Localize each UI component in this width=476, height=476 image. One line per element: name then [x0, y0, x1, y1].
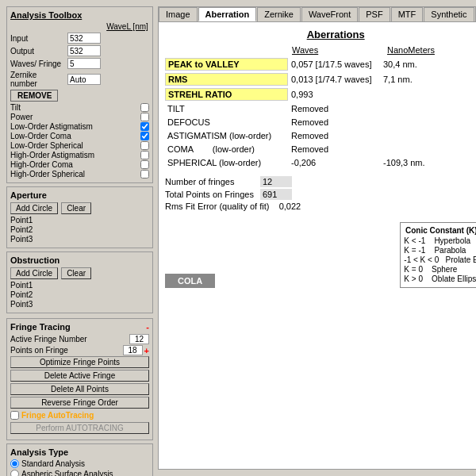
toolbox-title: Analysis Toolbox: [10, 10, 149, 20]
fringe-plus-icon[interactable]: +: [144, 346, 149, 355]
input-label: Input: [10, 34, 66, 43]
perform-autotracing-button[interactable]: Perform AUTOTRACING: [10, 422, 149, 434]
aperture-add-circle-button[interactable]: Add Circle: [10, 202, 58, 214]
conic-row-4: K > 0 Oblate Ellipsoid: [404, 274, 476, 283]
output-field[interactable]: [67, 45, 101, 56]
high-coma-label: High-Order Coma: [10, 160, 139, 169]
delete-active-fringe-button[interactable]: Delete Active Fringe: [10, 370, 149, 382]
low-coma-row: Low-Order Coma: [10, 132, 149, 140]
num-fringes-row: Number of fringes 12: [165, 176, 476, 187]
aperture-clear-button[interactable]: Clear: [61, 202, 91, 214]
high-spherical-label: High-Order Spherical: [10, 170, 139, 178]
obstruction-add-circle-button[interactable]: Add Circle: [10, 267, 58, 279]
aspheric-radio-row: Aspheric Surface Analysis: [10, 470, 149, 476]
spherical-waves: -0,206: [288, 158, 383, 167]
defocus-waves: Removed: [288, 117, 383, 127]
optimize-fringe-button[interactable]: Optimize Fringe Points: [10, 356, 149, 368]
standard-label: Standard Analysis: [21, 459, 85, 468]
conic-box: Conic Constant (K) range K < -1 Hyperbol…: [400, 222, 476, 288]
standard-radio[interactable]: [10, 459, 19, 468]
conic-row-0: K < -1 Hyperbola: [404, 236, 476, 245]
fringe-minus-icon[interactable]: -: [146, 322, 149, 332]
output-row: Output: [10, 45, 149, 56]
points-fringe-row: Points on Fringe 18 +: [10, 345, 149, 355]
astig-waves: Removed: [288, 131, 383, 140]
aspheric-radio[interactable]: [10, 470, 19, 476]
waves-fringes-field[interactable]: [67, 58, 101, 69]
cola-button[interactable]: COLA: [165, 274, 215, 288]
low-astig-label: Low-Order Astigmatism: [10, 122, 139, 131]
zernike-label: Zernike number: [10, 71, 66, 88]
bottom-area: COLA Conic Constant (K) range K < -1 Hyp…: [165, 219, 476, 288]
obstruction-title: Obstruction: [10, 255, 149, 265]
conic-row-2: -1 < K < 0 Prolate Ellipsoid: [404, 255, 476, 264]
tab-aberration[interactable]: Aberration: [198, 7, 257, 21]
aberr-row-defocus: DEFOCUS Removed: [165, 117, 476, 128]
tab-zernike[interactable]: Zernike: [257, 7, 301, 21]
reverse-fringe-button[interactable]: Reverse Fringe Order: [10, 397, 149, 409]
input-row: Input: [10, 33, 149, 44]
delete-all-points-button[interactable]: Delete All Points: [10, 383, 149, 395]
tab-synthetic[interactable]: Synthetic: [424, 7, 474, 21]
low-coma-checkbox[interactable]: [140, 132, 149, 140]
tab-mtf[interactable]: MTF: [391, 7, 424, 21]
remove-button[interactable]: REMOVE: [10, 90, 58, 102]
col-headers: Waves NanoMeters: [165, 45, 476, 55]
power-label: Power: [10, 113, 139, 121]
spherical-nm: -109,3 nm.: [383, 158, 425, 167]
tab-psf[interactable]: PSF: [359, 7, 390, 21]
aperture-buttons: Add Circle Clear: [10, 202, 149, 214]
power-checkbox[interactable]: [140, 113, 149, 121]
high-spherical-checkbox[interactable]: [140, 170, 149, 178]
aperture-point2: Point2: [10, 225, 149, 234]
tilt-waves: Removed: [288, 104, 383, 113]
obstruction-point2: Point2: [10, 290, 149, 299]
tab-wavefront[interactable]: WaveFront: [301, 7, 358, 21]
wave-label: WaveL [nm]: [106, 22, 149, 31]
aberrations-title: Aberrations: [165, 29, 476, 40]
total-points-row: Total Points on Fringes 691: [165, 189, 476, 200]
obstruction-clear-button[interactable]: Clear: [61, 267, 91, 279]
tilt-checkbox[interactable]: [140, 103, 149, 112]
input-field[interactable]: [67, 33, 101, 44]
tilt-row: Tilt: [10, 103, 149, 112]
high-astig-label: High-Order Astigmatism: [10, 151, 139, 159]
output-label: Output: [10, 47, 66, 56]
num-fringes-label: Number of fringes: [165, 177, 260, 186]
aperture-section: Aperture Add Circle Clear Point1 Point2 …: [6, 186, 153, 248]
obstruction-section: Obstruction Add Circle Clear Point1 Poin…: [6, 251, 153, 313]
wave-header: WaveL [nm]: [10, 22, 149, 31]
tilt-label: TILT: [165, 103, 288, 114]
defocus-label: DEFOCUS: [165, 117, 288, 128]
rms-fit-row: Rms Fit Error (quality of fit) 0,022: [165, 202, 476, 211]
rms-waves: 0,013 [1/74.7 waves]: [288, 75, 383, 84]
conic-title: Conic Constant (K) range: [404, 226, 476, 235]
low-spherical-row: Low-Order Spherical: [10, 141, 149, 150]
high-coma-checkbox[interactable]: [140, 160, 149, 169]
obstruction-buttons: Add Circle Clear: [10, 267, 149, 279]
coma-waves: Removed: [288, 144, 383, 154]
rms-fit-label: Rms Fit Error (quality of fit): [165, 202, 269, 211]
high-spherical-row: High-Order Spherical: [10, 170, 149, 178]
num-fringes-value: 12: [260, 176, 292, 187]
low-coma-label: Low-Order Coma: [10, 132, 139, 140]
active-fringe-row: Active Fringe Number 12: [10, 334, 149, 344]
conic-row-3: K = 0 Sphere: [404, 265, 476, 274]
waves-fringes-label: Waves/ Fringe: [10, 60, 66, 68]
low-spherical-label: Low-Order Spherical: [10, 141, 139, 150]
high-astig-checkbox[interactable]: [140, 151, 149, 159]
low-spherical-checkbox[interactable]: [140, 141, 149, 150]
tab-image[interactable]: Image: [159, 7, 198, 21]
autotracing-checkbox[interactable]: [10, 411, 19, 420]
col-waves-header: Waves: [292, 45, 387, 55]
left-panel: Analysis Toolbox WaveL [nm] Input Output…: [6, 6, 153, 470]
low-astig-row: Low-Order Astigmatism: [10, 122, 149, 131]
total-points-value: 691: [260, 189, 292, 200]
aperture-point1: Point1: [10, 216, 149, 225]
aperture-point3: Point3: [10, 235, 149, 244]
strehl-waves: 0,993: [288, 90, 383, 99]
aperture-title: Aperture: [10, 190, 149, 200]
zernike-field[interactable]: [67, 74, 101, 85]
autotracing-label: Fringe AutoTracing: [21, 411, 94, 420]
low-astig-checkbox[interactable]: [140, 122, 149, 131]
